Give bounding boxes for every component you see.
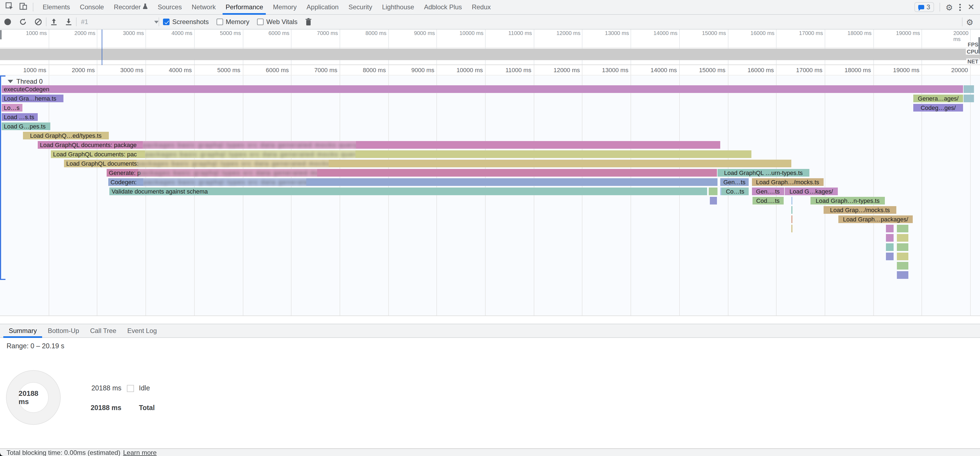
- flame-bar[interactable]: [964, 85, 974, 93]
- flame-bar[interactable]: [791, 206, 792, 214]
- flame-bar[interactable]: Load GraphQL documents: package: [38, 141, 720, 149]
- flame-bar[interactable]: Codeg…ges/: [913, 104, 963, 111]
- gridline: [437, 75, 437, 316]
- garbage-collect-icon[interactable]: [301, 18, 315, 26]
- ruler-tick: [922, 65, 922, 75]
- flame-bar[interactable]: [897, 253, 908, 260]
- tab-recorder[interactable]: Recorder: [109, 0, 153, 14]
- tab-lighthouse[interactable]: Lighthouse: [377, 0, 419, 14]
- ruler-tick-label: 1000 ms: [23, 67, 48, 73]
- flame-bar[interactable]: [897, 234, 908, 242]
- issues-bubble-icon: [918, 5, 924, 9]
- clear-recording-icon[interactable]: [30, 18, 46, 26]
- flame-bar[interactable]: [791, 215, 792, 223]
- capture-settings-gear-icon[interactable]: ⚙: [962, 18, 980, 26]
- close-icon[interactable]: ✕: [968, 2, 975, 12]
- donut-total-label: 20188 ms: [19, 389, 48, 406]
- tab-event-log[interactable]: Event Log: [122, 324, 162, 338]
- tab-bottom-up[interactable]: Bottom-Up: [42, 324, 85, 338]
- flame-bar[interactable]: Load G…pes.ts: [2, 122, 50, 130]
- flame-bar[interactable]: Load Grap…/mocks.ts: [824, 206, 896, 214]
- settings-gear-icon[interactable]: ⚙: [945, 3, 953, 11]
- flame-bar[interactable]: [886, 253, 894, 260]
- thread-expander[interactable]: Thread 0: [8, 77, 43, 86]
- flame-bar[interactable]: [897, 262, 908, 270]
- tab-call-tree[interactable]: Call Tree: [84, 324, 122, 338]
- flame-bar[interactable]: Lo…s: [2, 104, 22, 111]
- record-button[interactable]: [0, 18, 15, 26]
- overview-cpu-activity[interactable]: [0, 49, 980, 60]
- flame-bar-label: Load GraphQL documents:: [66, 160, 138, 167]
- triangle-down-icon: [8, 80, 13, 86]
- save-profile-icon[interactable]: [61, 18, 76, 26]
- flame-bar[interactable]: [897, 243, 908, 251]
- tab-network[interactable]: Network: [187, 0, 221, 14]
- flame-bar[interactable]: [791, 197, 792, 205]
- inspect-element-icon[interactable]: [5, 2, 14, 12]
- flame-bar[interactable]: Genera…ages/: [913, 95, 963, 102]
- memory-checkbox[interactable]: Memory: [212, 18, 253, 26]
- flame-bar[interactable]: Load GraphQL …urn-types.ts: [717, 169, 810, 176]
- flame-bar[interactable]: executeCodegen: [2, 85, 963, 93]
- flame-bar[interactable]: [720, 187, 721, 195]
- flame-bar-label: Lo…s: [4, 105, 20, 111]
- flame-bar[interactable]: Load Graph…/mocks.ts: [752, 178, 823, 186]
- checkbox-unchecked-icon: [257, 19, 264, 25]
- overview-tick-label: 16000 ms: [751, 30, 776, 36]
- flamechart-ruler[interactable]: 1000 ms2000 ms3000 ms4000 ms5000 ms6000 …: [0, 65, 980, 75]
- flame-bar[interactable]: [791, 225, 792, 232]
- flame-bar[interactable]: Gen.…ts: [752, 187, 784, 195]
- flame-bar[interactable]: Load G…kages/: [785, 187, 838, 195]
- overview-net-row[interactable]: [0, 60, 980, 65]
- device-toolbar-icon[interactable]: [19, 2, 27, 12]
- flame-bar[interactable]: Validate documents against schema: [110, 187, 707, 195]
- flame-bar[interactable]: [708, 187, 717, 195]
- tab-console[interactable]: Console: [75, 0, 109, 14]
- tab-label: Security: [348, 0, 372, 14]
- learn-more-link[interactable]: Learn more: [123, 449, 157, 456]
- flame-bar[interactable]: Co…ts: [721, 187, 749, 195]
- ruler-tick: [533, 65, 534, 75]
- tab-sources[interactable]: Sources: [153, 0, 187, 14]
- issues-button[interactable]: 3: [915, 2, 934, 12]
- flame-bar[interactable]: Load Graph…packages/: [838, 215, 913, 223]
- ruler-tick: [485, 65, 485, 75]
- flame-bar[interactable]: [886, 243, 894, 251]
- flame-bar[interactable]: Gen…ts: [720, 178, 749, 186]
- web-vitals-checkbox[interactable]: Web Vitals: [253, 18, 301, 26]
- flame-bar[interactable]: [897, 225, 908, 232]
- flamechart-main[interactable]: Thread 0 executeCodegenLoad Gra…hema.tsG…: [0, 75, 980, 316]
- overview-fps-row[interactable]: [0, 30, 980, 48]
- flame-bar[interactable]: [897, 271, 908, 279]
- tab-redux[interactable]: Redux: [467, 0, 495, 14]
- screenshots-checkbox[interactable]: Screenshots: [159, 18, 212, 26]
- tab-performance[interactable]: Performance: [221, 0, 268, 14]
- flame-bar[interactable]: Cod.…ts: [752, 197, 783, 205]
- flame-bar[interactable]: [710, 197, 717, 205]
- summary-donut-chart: 20188 ms: [6, 370, 61, 425]
- history-select[interactable]: #1: [76, 18, 159, 26]
- flame-bar[interactable]: Load Gra…hema.ts: [2, 95, 64, 102]
- flame-bar[interactable]: Load GraphQ…ed/types.ts: [23, 132, 109, 140]
- selection-bracket[interactable]: [0, 75, 1, 280]
- flame-bar[interactable]: Load …s.ts: [2, 113, 38, 121]
- tab-application[interactable]: Application: [302, 0, 344, 14]
- legend-row-idle: 20188 ms Idle: [84, 385, 150, 392]
- tab-memory[interactable]: Memory: [268, 0, 302, 14]
- load-profile-icon[interactable]: [46, 18, 61, 26]
- more-options-icon[interactable]: [958, 2, 962, 12]
- flame-bar[interactable]: [886, 225, 894, 232]
- reload-and-record-button[interactable]: [15, 18, 30, 26]
- tab-adblock-plus[interactable]: Adblock Plus: [419, 0, 467, 14]
- tab-elements[interactable]: Elements: [38, 0, 75, 14]
- flame-bar[interactable]: [964, 95, 974, 102]
- overview-tick-label: 13000 ms: [605, 30, 630, 36]
- tab-label: Memory: [273, 0, 297, 14]
- tab-summary[interactable]: Summary: [3, 324, 42, 338]
- details-tabbar: Summary Bottom-Up Call Tree Event Log: [0, 324, 980, 338]
- timeline-overview[interactable]: FPS CPU NET 1000 ms2000 ms3000 ms4000 ms…: [0, 30, 980, 65]
- tab-security[interactable]: Security: [344, 0, 377, 14]
- summary-pane: Range: 0 – 20.19 s: [0, 338, 980, 448]
- flame-bar[interactable]: Load Graph…n-types.ts: [810, 197, 885, 205]
- flame-bar[interactable]: [886, 234, 894, 242]
